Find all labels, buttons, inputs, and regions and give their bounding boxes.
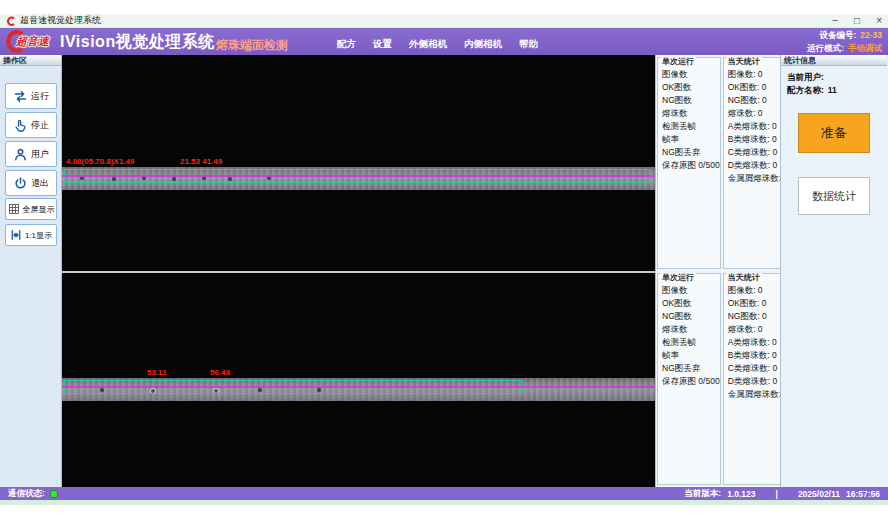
comm-status-label: 通信状态: [8,488,45,500]
fullscreen-button[interactable]: 全屏显示 [5,198,57,220]
power-icon [13,176,28,191]
window-title: 超音速视觉处理系统 [20,14,101,27]
stats-section-top: 单次运行 图像数 OK图数 NG图数 熔珠数 检测丢帧 帧率 NG图丢弃 保存原… [656,55,780,271]
page-title: IVision视觉处理系统 [60,32,215,53]
app-header: 超音速 IVision视觉处理系统 熔珠端面检测 配方 设置 外侧相机 内侧相机… [0,28,888,55]
one-to-one-button-label: 1:1显示 [25,230,52,241]
exit-button-label: 退出 [31,177,49,190]
camera-view-column: 4.08(05.70.8)X1.49 21.53 41.49 53.11 56.… [62,55,655,487]
measurement-annotation: 4.08(05.70.8)X1.49 [66,157,135,166]
app-logo-icon [6,16,16,26]
maximize-button[interactable]: □ [854,16,860,26]
centerline-marker [62,386,655,388]
stat-row: NG图数 [662,94,720,107]
page-subtitle: 熔珠端面检测 [216,37,288,54]
device-info: 设备编号: 22-33 运行模式: 手动调试 [807,29,882,54]
main-menu: 配方 设置 外侧相机 内侧相机 帮助 [337,38,538,51]
data-statistics-button[interactable]: 数据统计 [798,177,870,215]
device-number-label: 设备编号: [819,29,856,42]
measurement-annotation: 56.43 [210,368,230,377]
taskbar-strip [0,500,888,505]
camera-view-top[interactable]: 4.08(05.70.8)X1.49 21.53 41.49 [62,55,655,271]
stat-row: 保存原图 0/500 [662,159,720,172]
stats-section-bottom: 单次运行 图像数 OK图数 NG图数 熔珠数 检测丢帧 帧率 NG图丢弃 保存原… [656,271,780,487]
one-to-one-icon [10,229,22,241]
fullscreen-button-label: 全屏显示 [23,204,55,215]
single-run-title: 单次运行 [660,273,696,282]
single-run-panel: 单次运行 图像数 OK图数 NG图数 熔珠数 检测丢帧 帧率 NG图丢弃 保存原… [657,273,721,485]
one-to-one-button[interactable]: 1:1显示 [5,224,57,246]
measurement-annotation: 21.53 41.49 [180,157,222,166]
brand-logo: 超音速 [3,29,57,54]
os-titlebar: 超音速视觉处理系统 − □ × [0,14,888,28]
run-button-label: 运行 [31,90,49,103]
status-bar: 通信状态: 当前版本: 1.0.123 | 2025/02/11 16:57:5… [0,487,888,500]
recipe-name-label: 配方名称: [787,84,824,97]
version-value: 1.0.123 [727,489,755,499]
stat-row: 帧率 [662,133,720,146]
stat-row: 帧率 [662,349,720,362]
stat-row: NG图数 [662,310,720,323]
stat-row: 图像数 [662,284,720,297]
run-mode-value: 手动调试 [848,42,882,55]
brand-name: 超音速 [16,34,49,49]
device-number-value: 22-33 [860,29,882,42]
user-button-label: 用户 [31,148,49,161]
separator: | [776,489,778,499]
statistics-column: 单次运行 图像数 OK图数 NG图数 熔珠数 检测丢帧 帧率 NG图丢弃 保存原… [655,55,780,487]
run-cycle-icon [13,89,28,104]
centerline-marker [62,175,655,177]
stat-row: NG图丢弃 [662,146,720,159]
stop-button[interactable]: 停止 [5,112,57,138]
today-stats-title: 当天统计 [726,273,762,282]
exit-button[interactable]: 退出 [5,170,57,196]
stat-row: NG图丢弃 [662,362,720,375]
user-icon [13,147,28,162]
app-window: 超音速视觉处理系统 − □ × 超音速 IVision视觉处理系统 熔珠端面检测… [0,0,888,505]
single-run-title: 单次运行 [660,57,696,66]
stat-row: 熔珠数 [662,107,720,120]
run-mode-label: 运行模式: [807,42,844,55]
stop-button-label: 停止 [31,119,49,132]
measurement-annotation: 53.11 [147,368,167,377]
run-button[interactable]: 运行 [5,83,57,109]
user-button[interactable]: 用户 [5,141,57,167]
stat-row: OK图数 [662,297,720,310]
recipe-name-value: 11 [828,84,837,97]
comm-status-indicator [50,490,58,498]
single-run-panel: 单次运行 图像数 OK图数 NG图数 熔珠数 检测丢帧 帧率 NG图丢弃 保存原… [657,57,721,269]
fullscreen-grid-icon [8,203,20,215]
hand-stop-icon [13,118,28,133]
stat-row: 图像数 [662,68,720,81]
info-panel-title: 统计信息 [781,55,887,66]
camera-view-bottom[interactable]: 53.11 56.43 [62,271,655,487]
stat-row: 保存原图 0/500 [662,375,720,388]
stat-row: 检测丢帧 [662,120,720,133]
status-time: 16:57:56 [846,489,880,499]
menu-item-settings[interactable]: 设置 [373,38,392,51]
menu-item-help[interactable]: 帮助 [519,38,538,51]
status-date: 2025/02/11 [798,489,840,499]
close-button[interactable]: × [876,16,882,26]
minimize-button[interactable]: − [832,16,838,26]
menu-item-recipe[interactable]: 配方 [337,38,356,51]
desktop-gap [0,0,888,14]
menu-item-inner-camera[interactable]: 内侧相机 [464,38,502,51]
sidebar-title: 操作区 [0,55,61,66]
operation-sidebar: 操作区 运行 停止 [0,55,62,487]
menu-item-outer-camera[interactable]: 外侧相机 [409,38,447,51]
current-user-label: 当前用户: [787,71,824,84]
stat-row: 检测丢帧 [662,336,720,349]
prepare-button[interactable]: 准备 [798,113,870,153]
stat-row: OK图数 [662,81,720,94]
stat-row: 熔珠数 [662,323,720,336]
today-stats-title: 当天统计 [726,57,762,66]
statistics-info-panel: 统计信息 当前用户: 配方名称: 11 准备 数据统计 [780,55,887,487]
version-label: 当前版本: [684,488,721,500]
